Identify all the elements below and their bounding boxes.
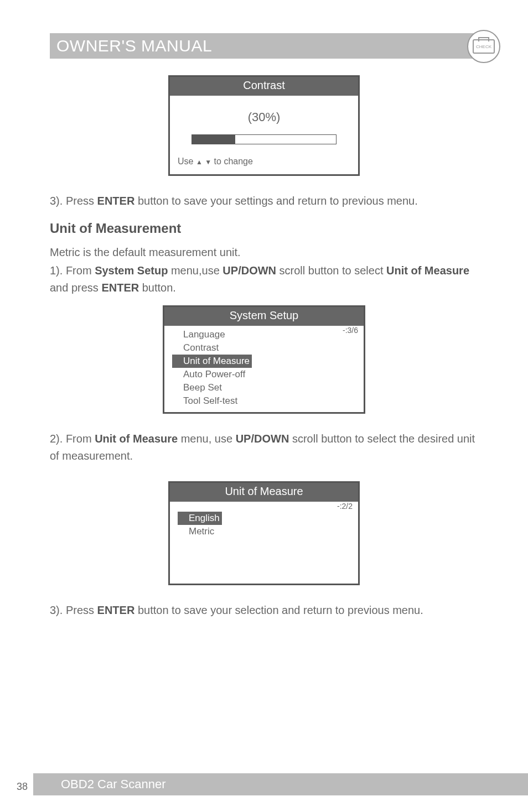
menu-item-tool-self-test: Tool Self-test	[172, 394, 356, 408]
paragraph-save-unit: 3). Press ENTER button to save your sele…	[50, 602, 478, 619]
text: scroll button to select	[276, 264, 386, 277]
paragraph-save-contrast: 3). Press ENTER button to save your sett…	[50, 192, 478, 210]
unit-of-measure-label: Unit of Measure	[95, 433, 178, 445]
contrast-value: (30%)	[178, 110, 350, 124]
text: 3). Press	[50, 195, 97, 207]
hint-prefix: Use	[178, 157, 193, 166]
menu-item-language: Language	[172, 328, 356, 341]
text: 1). From	[50, 264, 95, 277]
text: button to save your selection and return…	[134, 604, 423, 616]
paragraph-default-unit: Metric is the default measurement unit.	[50, 244, 478, 261]
text: menu,use	[168, 264, 222, 277]
contrast-hint: Use to change	[178, 157, 350, 166]
enter-label: ENTER	[101, 282, 139, 294]
footer-bar: OBD2 Car Scanner	[33, 773, 528, 795]
menu-item-contrast: Contrast	[172, 341, 356, 355]
screen-system-setup: System Setup -:3/6 Language Contrast ▶ U…	[163, 305, 365, 414]
contrast-progress-bar	[191, 134, 337, 144]
check-label: CHECK	[473, 39, 495, 54]
contrast-progress-fill	[192, 135, 235, 144]
unit-count: -:2/2	[337, 502, 353, 511]
system-setup-label: System Setup	[95, 264, 168, 277]
text: button.	[139, 282, 176, 294]
menu-item-auto-power-off: Auto Power-off	[172, 368, 356, 381]
paragraph-select-unit: 1). From System Setup menu,use UP/DOWN s…	[50, 262, 478, 296]
screen-system-setup-title: System Setup	[164, 307, 364, 326]
text: and press	[50, 282, 101, 294]
menu-item-metric: Metric	[178, 525, 350, 538]
section-heading-unit: Unit of Measurement	[50, 221, 478, 236]
text: menu, use	[178, 433, 236, 445]
paragraph-select-desired-unit: 2). From Unit of Measure menu, use UP/DO…	[50, 430, 478, 465]
menu-item-beep-set: Beep Set	[172, 381, 356, 394]
text: 3). Press	[50, 604, 97, 616]
screen-contrast-title: Contrast	[170, 77, 358, 96]
text: button to save your settings and return …	[134, 195, 417, 207]
footer-title: OBD2 Car Scanner	[61, 777, 166, 792]
unit-of-measure-label: Unit of Measure	[386, 264, 469, 277]
page: OWNER'S MANUAL CHECK Contrast (30%) Use …	[0, 0, 528, 812]
screen-unit-body: -:2/2 ▶ English Metric	[170, 502, 358, 584]
screen-system-setup-body: -:3/6 Language Contrast ▶ Unit of Measur…	[164, 326, 364, 412]
enter-label: ENTER	[97, 195, 135, 207]
header-title: OWNER'S MANUAL	[56, 37, 212, 55]
arrow-up-icon	[196, 157, 203, 166]
arrow-down-icon	[205, 157, 211, 166]
page-number: 38	[17, 781, 28, 793]
hint-suffix: to change	[214, 157, 253, 166]
screen-contrast-body: (30%) Use to change	[170, 96, 358, 174]
enter-label: ENTER	[97, 604, 135, 616]
menu-item-unit-of-measure: Unit of Measure	[172, 355, 252, 368]
screen-unit-of-measure: Unit of Measure -:2/2 ▶ English Metric	[168, 481, 360, 585]
updown-label: UP/DOWN	[236, 433, 289, 445]
header-bar: OWNER'S MANUAL CHECK	[50, 33, 478, 59]
text: 2). From	[50, 433, 95, 445]
updown-label: UP/DOWN	[222, 264, 276, 277]
check-engine-icon: CHECK	[467, 30, 500, 63]
screen-contrast: Contrast (30%) Use to change	[168, 75, 360, 176]
screen-unit-title: Unit of Measure	[170, 483, 358, 502]
menu-item-english: English	[178, 512, 222, 525]
